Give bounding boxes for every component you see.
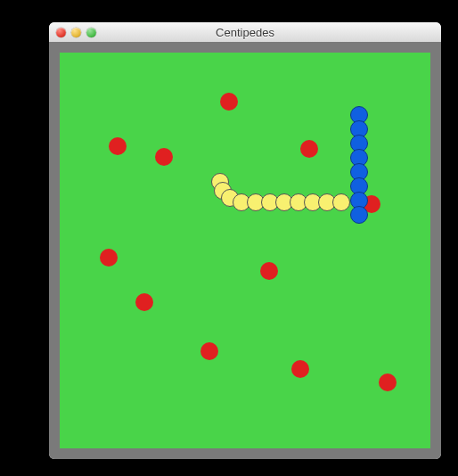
obstacle [220, 93, 238, 111]
obstacle [135, 293, 153, 311]
client-area [49, 42, 441, 459]
yellow-centipede-segment [332, 193, 350, 211]
obstacle [291, 360, 309, 378]
blue-centipede-segment [350, 206, 368, 224]
close-icon[interactable] [56, 28, 66, 37]
obstacle [260, 262, 278, 280]
playfield[interactable] [60, 53, 430, 448]
obstacle [100, 249, 118, 267]
obstacle [109, 137, 127, 155]
obstacle [200, 342, 218, 360]
minimize-icon[interactable] [71, 28, 81, 37]
obstacle [379, 373, 397, 391]
window-controls [49, 28, 96, 37]
obstacle [155, 148, 173, 166]
obstacle [300, 140, 318, 158]
window-title: Centipedes [49, 26, 441, 39]
titlebar[interactable]: Centipedes [49, 22, 441, 43]
zoom-icon[interactable] [86, 28, 96, 37]
app-window: Centipedes [49, 22, 441, 459]
